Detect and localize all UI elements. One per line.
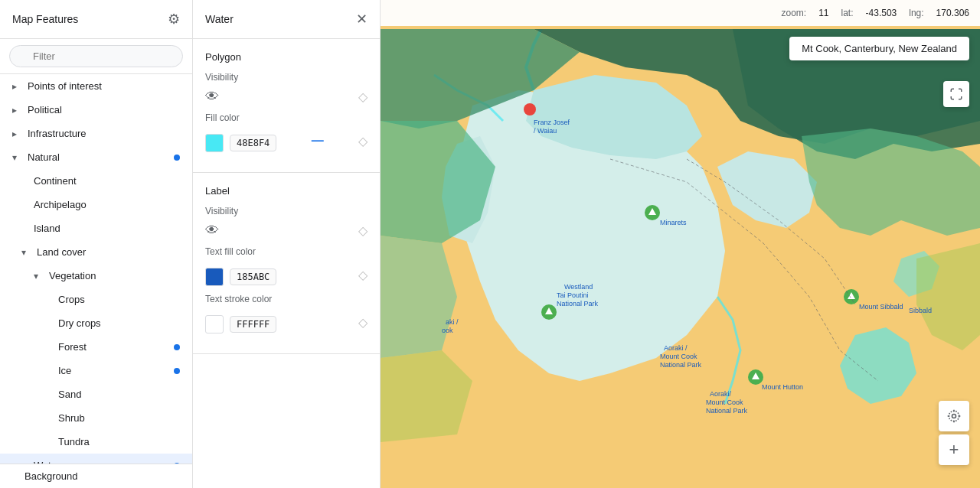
visibility-row: 👁 ◇ — [205, 89, 368, 105]
svg-text:Minarets: Minarets — [660, 219, 687, 226]
lng-label: lng: — [909, 8, 923, 18]
sidebar-item-points-of-interest[interactable]: ▸Points of interest — [0, 74, 192, 98]
active-dot — [174, 155, 180, 161]
svg-text:National Park: National Park — [660, 361, 702, 369]
sidebar-item-crops[interactable]: Crops — [0, 288, 192, 311]
svg-text:Mount Cook: Mount Cook — [660, 353, 697, 360]
gear-icon[interactable]: ⚙ — [168, 11, 180, 28]
fullscreen-button[interactable] — [943, 81, 969, 107]
chevron-icon: ▸ — [12, 81, 24, 92]
svg-text:/ Waiau: / Waiau — [534, 127, 557, 135]
nav-item-label: Land cover — [37, 246, 86, 258]
nav-list: ▸Points of interest▸Political▸Infrastruc… — [0, 74, 192, 488]
label-section: Label Visibility 👁 ◇ Text fill color 185… — [193, 173, 380, 354]
active-dot — [174, 344, 180, 350]
filter-input[interactable] — [9, 45, 183, 67]
svg-text:Tai Poutini: Tai Poutini — [557, 291, 589, 299]
text-stroke-diamond-icon[interactable]: ◇ — [358, 315, 368, 330]
sidebar-item-dry-crops[interactable]: Dry crops — [0, 311, 192, 335]
location-button[interactable] — [939, 401, 969, 431]
svg-point-0 — [952, 415, 956, 418]
sidebar-item-land-cover[interactable]: ▾Land cover — [0, 240, 192, 264]
polygon-section: Polygon Visibility 👁 ◇ Fill color 48E8F4… — [193, 39, 380, 173]
nav-item-label: Tundra — [58, 436, 90, 447]
sidebar-item-background[interactable]: Background — [0, 464, 192, 488]
lat-label: lat: — [841, 8, 854, 18]
sidebar-item-archipelago[interactable]: Archipelago — [0, 193, 192, 216]
sidebar-item-island[interactable]: Island — [0, 216, 192, 240]
fill-color-row: 48E8F4 — ◇ — [205, 129, 368, 152]
panel-header: Water ✕ — [193, 0, 380, 39]
svg-text:Mount Cook: Mount Cook — [706, 399, 743, 406]
text-stroke-color-label: Text stroke color — [205, 294, 368, 304]
sidebar-item-shrub[interactable]: Shrub — [0, 406, 192, 430]
polygon-section-title: Polygon — [205, 51, 368, 63]
label-section-title: Label — [205, 185, 368, 197]
svg-text:National Park: National Park — [706, 407, 748, 415]
chevron-icon: ▾ — [12, 152, 24, 163]
nav-item-label: Sand — [58, 389, 81, 400]
nav-item-label: Continent — [34, 175, 77, 187]
text-fill-diamond-icon[interactable]: ◇ — [358, 268, 368, 282]
nav-item-label: Political — [28, 104, 62, 115]
visibility-eye-icon[interactable]: 👁 — [205, 89, 219, 105]
text-fill-color-label: Text fill color — [205, 246, 368, 257]
sidebar-item-tundra[interactable]: Tundra — [0, 430, 192, 454]
map-svg: WEST COAST WEST COAST CANTERBURY WEST CO… — [381, 29, 980, 488]
svg-text:National Park: National Park — [557, 300, 599, 307]
svg-text:Franz Josef: Franz Josef — [534, 119, 570, 126]
nav-item-label: Dry crops — [58, 317, 101, 329]
visibility-diamond-icon[interactable]: ◇ — [358, 89, 368, 104]
svg-text:Westland: Westland — [564, 283, 593, 291]
sidebar-item-continent[interactable]: Continent — [0, 169, 192, 193]
sidebar: Map Features ⚙ ☰ ▸Points of interest▸Pol… — [0, 0, 193, 488]
chevron-icon: ▾ — [34, 271, 46, 281]
chevron-icon: ▾ — [21, 247, 34, 258]
label-visibility-row: 👁 ◇ — [205, 223, 368, 239]
filter-bar: ☰ — [0, 39, 192, 74]
sidebar-item-vegetation[interactable]: ▾Vegetation — [0, 264, 192, 288]
svg-text:Sibbald: Sibbald — [909, 307, 932, 314]
nav-item-label: Shrub — [58, 412, 85, 424]
sidebar-item-political[interactable]: ▸Political — [0, 98, 192, 122]
sidebar-item-sand[interactable]: Sand — [0, 382, 192, 406]
text-stroke-color-swatch[interactable] — [205, 315, 224, 333]
sidebar-item-ice[interactable]: Ice — [0, 359, 192, 382]
svg-point-8 — [524, 103, 536, 115]
fill-color-swatch[interactable] — [205, 134, 224, 152]
nav-item-label: Archipelago — [34, 199, 87, 210]
sidebar-item-natural[interactable]: ▾Natural — [0, 145, 192, 169]
svg-text:Mount Hutton: Mount Hutton — [762, 383, 803, 391]
sidebar-header: Map Features ⚙ — [0, 0, 192, 39]
feature-panel: Water ✕ Polygon Visibility 👁 ◇ Fill colo… — [193, 0, 381, 488]
sidebar-item-forest[interactable]: Forest — [0, 335, 192, 359]
fill-color-value[interactable]: 48E8F4 — [230, 135, 276, 151]
text-fill-color-value[interactable]: 185ABC — [230, 268, 276, 285]
zoom-in-button[interactable]: + — [939, 434, 969, 465]
sidebar-title: Map Features — [12, 13, 78, 25]
fill-color-label: Fill color — [205, 112, 368, 123]
zoom-value: 11 — [818, 8, 828, 18]
label-visibility-diamond-icon[interactable]: ◇ — [358, 223, 368, 238]
visibility-label: Visibility — [205, 72, 368, 83]
nav-item-label: Infrastructure — [28, 128, 87, 139]
filter-wrap: ☰ — [9, 45, 183, 67]
fill-color-minus-icon[interactable]: — — [312, 134, 324, 148]
label-visibility-eye-icon[interactable]: 👁 — [205, 223, 219, 239]
nav-item-label: Vegetation — [49, 270, 96, 281]
location-tooltip: Mt Cook, Canterbury, New Zealand — [789, 37, 969, 60]
chevron-icon: ▸ — [12, 129, 24, 139]
text-stroke-color-value[interactable]: FFFFFF — [230, 316, 276, 333]
svg-text:Mount Sibbald: Mount Sibbald — [859, 303, 903, 311]
fill-color-swatch-row: 48E8F4 — [205, 134, 276, 152]
zoom-label: zoom: — [781, 8, 806, 18]
fill-color-diamond-icon[interactable]: ◇ — [358, 134, 368, 148]
lng-value: 170.306 — [936, 8, 969, 18]
sidebar-item-infrastructure[interactable]: ▸Infrastructure — [0, 122, 192, 145]
chevron-icon: ▸ — [12, 105, 24, 115]
close-button[interactable]: ✕ — [356, 11, 368, 28]
text-fill-color-swatch[interactable] — [205, 268, 224, 286]
nav-item-label: Natural — [28, 151, 60, 163]
text-stroke-color-swatch-row: FFFFFF — [205, 315, 276, 333]
map-area[interactable]: zoom: 11 lat: -43.503 lng: 170.306 Mt Co… — [381, 0, 980, 488]
